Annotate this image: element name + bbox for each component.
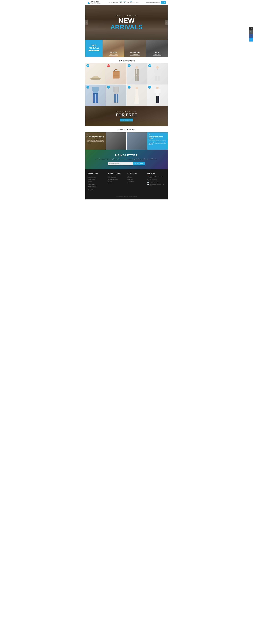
hero-arrivals: ARRIVALS (110, 24, 143, 30)
blog-excerpt-1: Our store is more than just another aver… (87, 138, 104, 144)
svg-rect-46 (159, 89, 161, 93)
footer-link-shopping-returns[interactable]: Shopping & Returns (108, 175, 126, 176)
footer-link-signin[interactable]: Sign In (127, 175, 145, 176)
promo-shopnow-button[interactable]: SHOP NOW! (120, 118, 133, 122)
product-card[interactable]: NEW (127, 84, 147, 106)
svg-rect-14 (135, 76, 137, 81)
copyright-text: © 2015 Magento Demo Store. All Rights Re… (116, 196, 137, 197)
blog-overlay-1: 27/12 TO THE GIRL WHO THINKS Our store i… (85, 132, 106, 150)
blog-post-title-1: TO THE GIRL WHO THINKS (87, 136, 104, 138)
new-products-section: NEW PRODUCTS NEW SALE (85, 57, 168, 106)
svg-rect-35 (114, 94, 116, 102)
blog-photo-2 (106, 132, 126, 150)
footer-information-title: INFORMATION (88, 173, 106, 174)
logo-icon (87, 1, 90, 4)
nav-bag[interactable]: BAG (136, 2, 139, 3)
cat-na-title2: ARRIVALS (89, 47, 99, 49)
blog-card-2[interactable] (106, 132, 126, 150)
footer-link-track-order[interactable]: Track My Order (127, 180, 145, 182)
footer-link-advanced-search[interactable]: Advanced Search (88, 186, 106, 187)
shirt-img (153, 66, 161, 82)
nav-accessories[interactable]: ACCESSORIES ▾ (108, 2, 118, 3)
nav-men[interactable]: ONLY MEN (120, 2, 122, 3)
cat-na-shopnow[interactable]: SHOP NOW! (89, 50, 99, 51)
svg-marker-41 (134, 94, 139, 104)
logo-text: STILEX (91, 1, 101, 3)
cat-women-shopnow[interactable]: SHOP NOW! (109, 54, 118, 56)
newsletter-subscribe-button[interactable]: SUBSCRIBE (133, 162, 145, 166)
footer-link-blog[interactable]: Blog (88, 182, 106, 184)
footer-bottom: © 2015 Magento Demo Store. All Rights Re… (88, 194, 165, 198)
footer-col-contacts: CONTACTS 📍 My Company Glasgow D04 89GR 📞… (147, 173, 165, 191)
cart-button[interactable]: 🛒 0 (161, 1, 166, 4)
footer-link-contact[interactable]: Contact Us (88, 189, 106, 190)
hero-prev-button[interactable]: ‹ (85, 20, 88, 25)
svg-rect-29 (96, 94, 98, 103)
cat-men[interactable]: MEN SHOP NOW! (146, 40, 168, 57)
footer-link-view-cart[interactable]: View Cart (127, 177, 145, 178)
blog-excerpt-4: Forget about struggling to do everything… (149, 140, 166, 145)
cat-women-title: WOMEN (109, 51, 118, 53)
jeans2-img (113, 86, 120, 104)
category-banners: NEW ARRIVALS SHOP NOW! WOMEN SHOP NOW! F… (85, 40, 168, 57)
promo-banner: BUY 2 ITEMS GET ONE FOR FREE SHOP NOW! (85, 106, 168, 126)
footer-link-affiliates[interactable]: Affiliates (108, 180, 126, 182)
footer-link-search-terms[interactable]: Search Terms (88, 184, 106, 185)
svg-rect-26 (98, 87, 99, 91)
svg-rect-22 (155, 76, 157, 81)
footer-link-help[interactable]: Help (127, 182, 145, 184)
product-card[interactable]: NEW (85, 63, 106, 84)
footer-link-orders-returns[interactable]: Orders and Returns (88, 188, 106, 189)
svg-point-43 (156, 87, 159, 89)
nav-women[interactable]: NEW WOMEN (124, 2, 129, 3)
cat-new-arrivals[interactable]: NEW ARRIVALS SHOP NOW! (85, 40, 103, 57)
newsletter-form: SUBSCRIBE (108, 162, 145, 166)
product-card[interactable]: NEW (106, 84, 126, 106)
product-card[interactable]: NEW (147, 63, 168, 84)
product-card[interactable]: NEW (85, 84, 106, 106)
blog-post-title-4: EVERYONE LOVES TO SHARE (149, 136, 166, 140)
cat-footwear[interactable]: FOOTWEAR SHOP NOW! (124, 40, 146, 57)
hero-content: SPRING · SUMMER 2015 NEW ARRIVALS (110, 15, 143, 30)
promo-content: BUY 2 ITEMS GET ONE FOR FREE SHOP NOW! (116, 111, 137, 122)
svg-rect-45 (155, 89, 156, 93)
blog-card-4[interactable]: 23/12 EVERYONE LOVES TO SHARE Forget abo… (147, 132, 168, 150)
cat-women[interactable]: WOMEN SHOP NOW! (103, 40, 124, 57)
svg-rect-25 (92, 87, 94, 91)
cat-men-shopnow[interactable]: SHOP NOW! (153, 54, 161, 56)
newsletter-subtitle: Subscribe to the STILEX mailing list to … (88, 158, 165, 160)
cat-footwear-shopnow[interactable]: SHOP NOW! (130, 54, 140, 56)
footer-address-text: My Company Glasgow D04 89GR (150, 175, 165, 178)
blog-card-1[interactable]: 27/12 TO THE GIRL WHO THINKS Our store i… (85, 132, 106, 150)
footer-link-sitemap[interactable]: Site Map (88, 180, 106, 182)
footer-link-wishlist[interactable]: My Wishlist (127, 179, 145, 180)
map-pin-icon: 📍 (147, 176, 149, 177)
newsletter-email-input[interactable] (108, 162, 133, 166)
footer-phone: 📞 800-2345-6789 (147, 179, 165, 180)
email-icon: ✉️ (147, 182, 149, 183)
hero-next-button[interactable]: › (165, 20, 168, 25)
main-nav: ACCESSORIES ▾ ONLY MEN NEW WOMEN NEW SHO… (108, 2, 139, 3)
nav-shoes[interactable]: NEW SHOES (130, 2, 135, 3)
svg-point-39 (136, 87, 138, 89)
footer-link-intl-shipping[interactable]: International Shipping (108, 179, 126, 180)
badge-new: NEW (128, 86, 131, 88)
product-card[interactable]: SALE (106, 63, 126, 84)
header-right: Welcome to our online store! 🛒 0 (146, 1, 166, 4)
svg-rect-21 (160, 69, 161, 74)
footer-link-about[interactable]: About Us (88, 175, 106, 176)
blog-card-3[interactable] (127, 132, 147, 150)
footer-link-privacy[interactable]: Privacy Policy (88, 179, 106, 180)
footer-contacts-title: CONTACTS (147, 173, 165, 174)
footer-my-account-title: MY ACCOUNT (127, 173, 145, 174)
product-card[interactable]: NEW (147, 84, 168, 106)
shoe-img (90, 74, 102, 80)
cat-men-title: MEN (153, 51, 161, 53)
footer-link-secure-shopping[interactable]: Secure Shopping (108, 177, 126, 178)
svg-rect-15 (137, 76, 139, 81)
footer-link-customer-service[interactable]: Customer Service (88, 177, 106, 178)
logo[interactable]: STILEX MAGENTO THEME (87, 1, 101, 4)
product-card[interactable]: NEW (127, 63, 147, 84)
footer-link-group-sales[interactable]: Group Sales (108, 182, 126, 184)
product-grid: NEW SALE (85, 63, 168, 106)
